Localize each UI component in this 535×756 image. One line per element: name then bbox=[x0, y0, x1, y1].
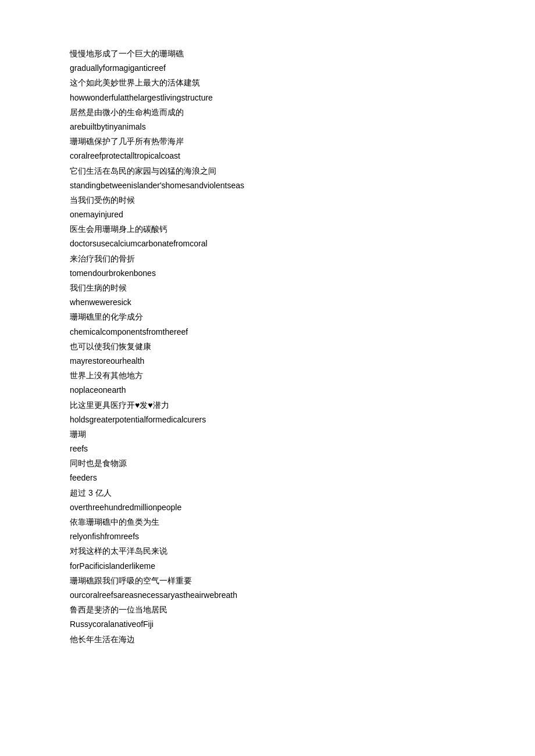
text-line-line5: 居然是由微小的生命构造而成的 bbox=[70, 105, 465, 120]
text-line-line17: 我们生病的时候 bbox=[70, 281, 465, 295]
text-line-line35: 对我这样的太平洋岛民来说 bbox=[70, 544, 465, 558]
text-line-line10: standingbetweenislander'shomesandviolent… bbox=[70, 178, 465, 193]
text-line-line37: 珊瑚礁跟我们呼吸的空气一样重要 bbox=[70, 574, 465, 588]
text-line-line6: arebuiltbytinyanimals bbox=[70, 120, 465, 134]
text-line-line23: 世界上没有其他地方 bbox=[70, 368, 465, 383]
text-line-line7: 珊瑚礁保护了几乎所有热带海岸 bbox=[70, 134, 465, 149]
text-line-line34: relyonfishfromreefs bbox=[70, 529, 465, 544]
text-line-line32: overthreehundredmillionpeople bbox=[70, 500, 465, 515]
text-line-line19: 珊瑚礁里的化学成分 bbox=[70, 310, 465, 324]
text-line-line12: onemayinjured bbox=[70, 207, 465, 222]
text-line-line9: 它们生活在岛民的家园与凶猛的海浪之间 bbox=[70, 164, 465, 178]
text-line-line3: 这个如此美妙世界上最大的活体建筑 bbox=[70, 76, 465, 90]
text-line-line27: 珊瑚 bbox=[70, 427, 465, 442]
text-line-line14: doctorsusecalciumcarbonatefromcoral bbox=[70, 237, 465, 251]
text-line-line13: 医生会用珊瑚身上的碳酸钙 bbox=[70, 222, 465, 237]
text-line-line4: howwonderfulatthelargestlivingstructure bbox=[70, 91, 465, 105]
text-line-line8: coralreefprotectalltropicalcoast bbox=[70, 149, 465, 163]
text-line-line20: chemicalcomponentsfromthereef bbox=[70, 325, 465, 339]
text-line-line18: whenweweresick bbox=[70, 295, 465, 310]
text-line-line38: ourcoralreefsareasnecessaryastheairwebre… bbox=[70, 588, 465, 603]
text-line-line25: 比这里更具医疗开♥发♥潜力 bbox=[70, 398, 465, 413]
text-line-line28: reefs bbox=[70, 442, 465, 456]
text-line-line30: feeders bbox=[70, 471, 465, 485]
text-line-line41: 他长年生活在海边 bbox=[70, 632, 465, 647]
text-line-line24: noplaceonearth bbox=[70, 383, 465, 397]
text-line-line33: 依靠珊瑚礁中的鱼类为生 bbox=[70, 515, 465, 529]
text-line-line29: 同时也是食物源 bbox=[70, 456, 465, 471]
text-line-line16: tomendourbrokenbones bbox=[70, 266, 465, 281]
text-line-line39: 鲁西是斐济的一位当地居民 bbox=[70, 603, 465, 617]
text-line-line15: 来治疗我们的骨折 bbox=[70, 252, 465, 266]
text-line-line22: mayrestoreourhealth bbox=[70, 354, 465, 368]
text-line-line2: graduallyformagiganticreef bbox=[70, 61, 465, 76]
text-line-line40: RussycoralanativeofFiji bbox=[70, 617, 465, 632]
text-line-line11: 当我们受伤的时候 bbox=[70, 193, 465, 207]
text-line-line31: 超过 3 亿人 bbox=[70, 486, 465, 500]
text-line-line26: holdsgreaterpotentialformedicalcurers bbox=[70, 413, 465, 427]
main-content: 慢慢地形成了一个巨大的珊瑚礁graduallyformagiganticreef… bbox=[70, 46, 465, 647]
text-line-line1: 慢慢地形成了一个巨大的珊瑚礁 bbox=[70, 46, 465, 61]
text-line-line21: 也可以使我们恢复健康 bbox=[70, 339, 465, 354]
text-line-line36: forPacificislanderlikeme bbox=[70, 559, 465, 574]
